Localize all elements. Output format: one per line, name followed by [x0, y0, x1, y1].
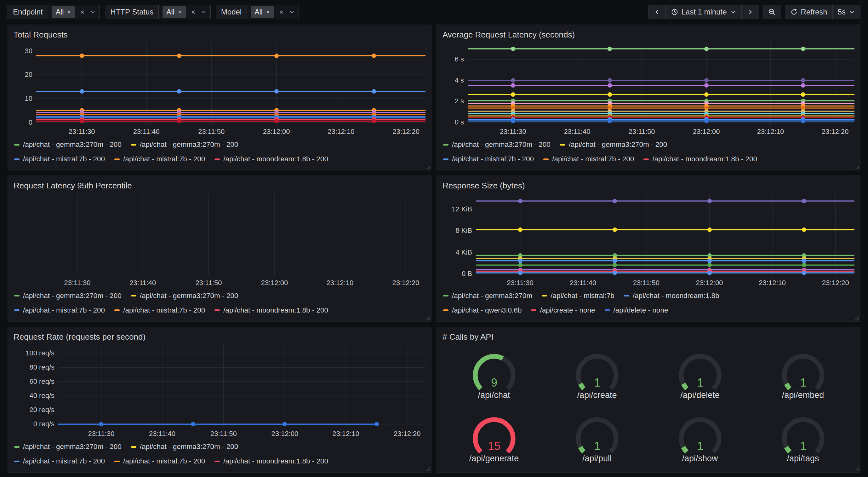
legend-series-label: /api/delete - none [614, 306, 668, 315]
filter-value-dropdown[interactable]: All [159, 5, 210, 19]
legend-item[interactable]: /api/chat - mistral:7b - 200 [114, 457, 205, 465]
filter-label: Model [216, 5, 247, 19]
refresh-interval-button[interactable]: 5s [832, 5, 860, 19]
legend-item[interactable]: /api/chat - gemma3:270m - 200 [14, 141, 122, 149]
y-tick-label: 0 s [455, 118, 464, 126]
legend-item[interactable]: /api/chat - gemma3:270m - 200 [560, 141, 668, 149]
legend-item[interactable]: /api/chat - gemma3:270m - 200 [131, 443, 239, 451]
chart-area: 0102030 [13, 42, 426, 125]
panel-resize-handle[interactable] [425, 466, 430, 471]
x-tick-label: 23:11:50 [198, 128, 224, 136]
close-icon[interactable] [177, 10, 182, 14]
panel-resize-handle[interactable] [425, 316, 430, 320]
chevron-down-icon[interactable] [90, 9, 96, 15]
legend-series-color [14, 309, 20, 311]
panel-title[interactable]: Average Request Latency (seconds) [442, 29, 855, 41]
legend-item[interactable]: /api/chat - mistral:7b [542, 292, 615, 300]
x-tick-label: 23:11:50 [210, 430, 237, 438]
legend-series-color [131, 144, 136, 146]
gauge-api-show: 1/api/show [649, 407, 751, 470]
time-shift-forward-button[interactable] [741, 5, 759, 19]
legend-item[interactable]: /api/chat - mistral:7b - 200 [14, 306, 105, 315]
legend-item[interactable]: /api/chat - mistral:7b - 200 [114, 155, 205, 163]
legend-item[interactable]: /api/chat - mistral:7b - 200 [14, 457, 105, 465]
legend-series-color [215, 158, 220, 160]
x-tick-label: 23:12:20 [822, 279, 849, 287]
legend-series-color [605, 309, 610, 311]
filter-selected-value: All [166, 8, 175, 17]
legend-item[interactable]: /api/chat - gemma3:270m - 200 [443, 141, 551, 149]
legend-series-label: /api/chat - moondream:1.8b - 200 [652, 155, 757, 163]
legend-item[interactable]: /api/delete - none [605, 306, 668, 315]
gauge-value: 1 [800, 440, 806, 452]
legend-series-label: /api/chat - gemma3:270m - 200 [23, 141, 122, 149]
close-icon[interactable] [266, 10, 270, 14]
filter-selected-pill[interactable]: All [52, 6, 75, 18]
gauge-arc: 1 [571, 349, 623, 390]
y-axis [13, 193, 31, 276]
panel-resize-handle[interactable] [425, 164, 430, 169]
gauge-value: 1 [697, 440, 703, 452]
close-icon[interactable] [66, 10, 71, 14]
y-tick-label: 8 KiB [456, 227, 472, 235]
zoom-out-button[interactable] [764, 5, 780, 19]
legend-item[interactable]: /api/chat - gemma3:270m - 200 [14, 443, 122, 451]
x-tick-label: 23:12:00 [263, 128, 290, 136]
legend-series-label: /api/chat - mistral:7b [551, 292, 615, 300]
legend-series-label: /api/chat - moondream:1.8b - 200 [223, 155, 328, 163]
chevron-down-icon[interactable] [289, 9, 295, 15]
legend-item[interactable]: /api/chat - mistral:7b - 200 [114, 306, 205, 315]
legend-item[interactable]: /api/chat - gemma3:270m [443, 292, 532, 300]
clear-filter-icon[interactable] [278, 9, 284, 15]
legend-item[interactable]: /api/create - none [531, 306, 595, 315]
filter-selected-pill[interactable]: All [251, 6, 274, 18]
legend-item[interactable]: /api/chat - moondream:1.8b [624, 292, 719, 300]
panel-response-size: Response Size (bytes)0 B4 KiB8 KiB12 KiB… [436, 176, 861, 321]
legend-item[interactable]: /api/chat - gemma3:270m - 200 [131, 141, 239, 149]
filter-label: Endpoint [8, 5, 48, 19]
panel-title[interactable]: Request Latency 95th Percentile [13, 180, 426, 192]
panel-resize-handle[interactable] [854, 164, 859, 169]
legend-item[interactable]: /api/chat - moondream:1.8b - 200 [215, 155, 328, 163]
x-tick-label: 23:12:00 [696, 279, 723, 287]
legend-item[interactable]: /api/chat - mistral:7b - 200 [443, 155, 534, 163]
panel-title[interactable]: Response Size (bytes) [442, 180, 855, 192]
gauge-arc: 1 [777, 413, 829, 453]
legend-item[interactable]: /api/chat - gemma3:270m - 200 [14, 292, 122, 300]
panel-title[interactable]: # Calls by API [442, 331, 855, 344]
time-range-group: Last 1 minute [648, 5, 759, 19]
clear-filter-icon[interactable] [80, 9, 85, 15]
clear-filter-icon[interactable] [190, 9, 196, 15]
legend-row: /api/chat - gemma3:270m/api/chat - mistr… [443, 289, 855, 303]
filter-selected-pill[interactable]: All [162, 6, 186, 18]
time-shift-back-button[interactable] [649, 5, 665, 19]
legend-series-label: /api/chat - mistral:7b - 200 [123, 457, 205, 465]
filter-value-dropdown[interactable]: All [48, 5, 100, 19]
panel-title[interactable]: Total Requests [13, 29, 426, 41]
panel-resize-handle[interactable] [854, 466, 859, 471]
refresh-button[interactable]: Refresh [785, 5, 832, 19]
x-tick-label: 23:12:00 [272, 430, 299, 438]
legend-series-color [443, 144, 448, 146]
legend-item[interactable]: /api/chat - qwen3:0.6b [443, 306, 522, 315]
legend-item[interactable]: /api/chat - moondream:1.8b - 200 [215, 457, 328, 465]
gauge-value: 15 [488, 440, 500, 452]
gauge-label: /api/tags [787, 454, 819, 464]
panel-resize-handle[interactable] [854, 316, 859, 320]
x-tick-label: 23:11:50 [633, 279, 659, 287]
filter-value-dropdown[interactable]: All [247, 5, 299, 19]
legend-item[interactable]: /api/chat - mistral:7b - 200 [14, 155, 105, 163]
panel-title[interactable]: Request Rate (requests per second) [13, 331, 426, 344]
chevron-down-icon[interactable] [200, 9, 207, 15]
x-axis: 23:11:3023:11:4023:11:5023:12:0023:12:10… [468, 125, 855, 137]
legend-row: /api/chat - gemma3:270m - 200/api/chat -… [14, 137, 426, 152]
legend-item[interactable]: /api/chat - mistral:7b - 200 [543, 155, 634, 163]
legend-item[interactable]: /api/chat - moondream:1.8b - 200 [644, 155, 757, 163]
gauge-label: /api/create [577, 390, 617, 400]
legend-series-color [215, 460, 220, 462]
time-range-picker-button[interactable]: Last 1 minute [665, 5, 741, 19]
x-tick-label: 23:11:40 [133, 128, 160, 136]
gauge-label: /api/generate [469, 454, 519, 464]
legend-item[interactable]: /api/chat - gemma3:270m - 200 [131, 292, 239, 300]
legend-item[interactable]: /api/chat - moondream:1.8b - 200 [215, 306, 328, 315]
